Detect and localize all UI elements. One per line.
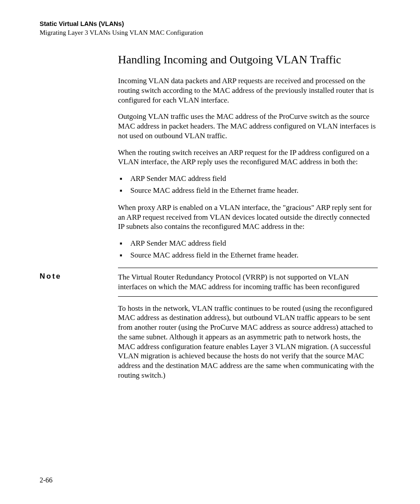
- running-head-subtitle: Migrating Layer 3 VLANs Using VLAN MAC C…: [40, 29, 380, 37]
- running-head-title: Static Virtual LANs (VLANs): [40, 20, 380, 28]
- note-label: Note: [40, 272, 62, 280]
- bullet-list: ARP Sender MAC address field Source MAC …: [118, 239, 378, 261]
- list-item: ARP Sender MAC address field: [130, 174, 378, 184]
- list-item: Source MAC address field in the Ethernet…: [130, 186, 378, 196]
- body-paragraph: Outgoing VLAN traffic uses the MAC addre…: [118, 112, 378, 140]
- body-paragraph: Incoming VLAN data packets and ARP reque…: [118, 76, 378, 105]
- bullet-list: ARP Sender MAC address field Source MAC …: [118, 174, 378, 196]
- list-item: Source MAC address field in the Ethernet…: [130, 250, 378, 261]
- note-block: Note The Virtual Router Redundancy Proto…: [40, 268, 378, 297]
- body-paragraph: When proxy ARP is enabled on a VLAN inte…: [118, 203, 378, 232]
- body-paragraph: When the routing switch receives an ARP …: [118, 148, 378, 167]
- note-body: The Virtual Router Redundancy Protocol (…: [118, 268, 378, 297]
- note-label-column: Note: [40, 268, 118, 297]
- body-paragraph: To hosts in the network, VLAN traffic co…: [118, 304, 378, 380]
- note-text: The Virtual Router Redundancy Protocol (…: [118, 272, 378, 292]
- page-header: Static Virtual LANs (VLANs) Migrating La…: [40, 20, 380, 37]
- page: Static Virtual LANs (VLANs) Migrating La…: [0, 0, 420, 504]
- list-item: ARP Sender MAC address field: [130, 239, 378, 249]
- section-heading: Handling Incoming and Outgoing VLAN Traf…: [118, 53, 378, 66]
- page-number: 2-66: [40, 476, 52, 484]
- main-content: Handling Incoming and Outgoing VLAN Traf…: [118, 53, 378, 380]
